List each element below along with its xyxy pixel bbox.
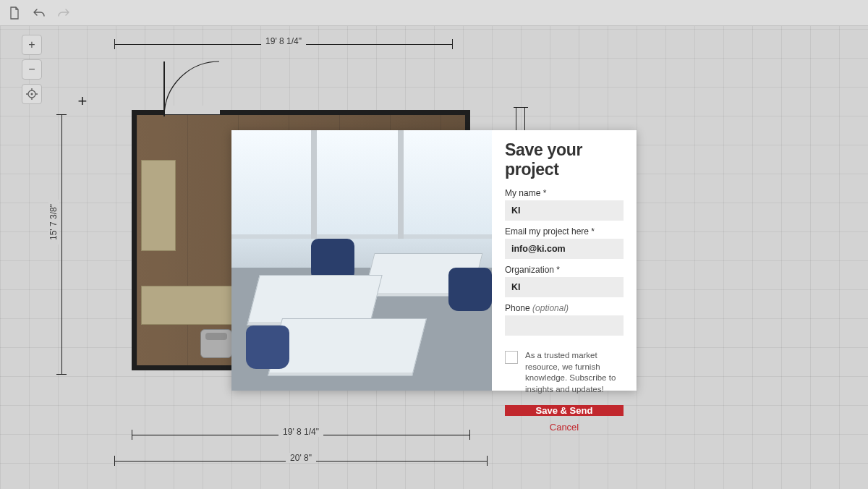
modal-title: Save your project: [505, 140, 624, 179]
save-send-button[interactable]: Save & Send: [505, 405, 624, 416]
subscribe-text: As a trusted market resource, we furnish…: [525, 350, 624, 395]
name-input[interactable]: [505, 200, 624, 221]
subscribe-checkbox[interactable]: [505, 351, 518, 364]
field-name: My name *: [505, 188, 624, 221]
subscribe-row: As a trusted market resource, we furnish…: [505, 350, 624, 395]
phone-label: Phone (optional): [505, 303, 624, 313]
field-phone: Phone (optional): [505, 303, 624, 336]
email-input[interactable]: [505, 239, 624, 259]
email-label: Email my project here *: [505, 226, 624, 237]
save-project-form: Save your project My name * Email my pro…: [492, 130, 637, 391]
phone-optional-text: (optional): [532, 303, 569, 313]
phone-input[interactable]: [505, 315, 624, 336]
save-project-modal: Save your project My name * Email my pro…: [231, 130, 637, 391]
org-input[interactable]: [505, 277, 624, 297]
phone-label-text: Phone: [505, 303, 530, 313]
field-org: Organization *: [505, 265, 624, 297]
cancel-button[interactable]: Cancel: [505, 422, 624, 433]
name-label: My name *: [505, 188, 624, 198]
modal-preview-image: [231, 130, 492, 391]
field-email: Email my project here *: [505, 226, 624, 259]
org-label: Organization *: [505, 265, 624, 275]
